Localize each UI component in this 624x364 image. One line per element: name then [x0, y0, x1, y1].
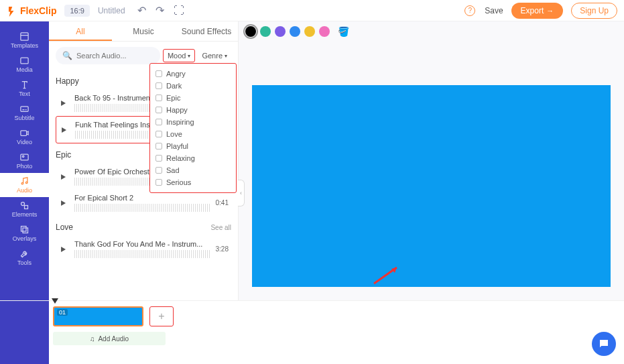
color-swatch[interactable]	[245, 26, 256, 37]
templates-icon	[19, 32, 29, 42]
help-icon[interactable]: ?	[464, 5, 475, 16]
sidebar-item-photo[interactable]: Photo	[0, 149, 49, 173]
timeline-gutter	[0, 301, 49, 364]
sidebar-item-subtitle[interactable]: Subtitle	[0, 101, 49, 125]
aspect-ratio-badge[interactable]: 16:9	[64, 5, 89, 17]
checkbox[interactable]	[155, 95, 162, 101]
svg-rect-0	[21, 33, 28, 40]
tab-music[interactable]: Music	[112, 21, 175, 41]
svg-point-11	[21, 202, 25, 206]
color-swatch[interactable]	[290, 26, 300, 37]
section-title: Happy	[56, 76, 79, 86]
checkbox[interactable]	[155, 167, 162, 174]
color-swatch[interactable]	[319, 26, 330, 37]
track-duration: 3:28	[216, 245, 229, 253]
add-audio-button[interactable]: ♫ Add Audio	[53, 332, 166, 345]
see-all-link[interactable]: See all	[210, 224, 231, 231]
chat-button[interactable]	[592, 332, 616, 356]
genre-filter[interactable]: Genre ▾	[198, 50, 231, 62]
logo-icon	[7, 5, 19, 17]
mood-option[interactable]: Serious	[155, 176, 231, 188]
play-icon[interactable]	[58, 99, 68, 108]
playhead[interactable]	[52, 298, 58, 304]
sidebar-item-video[interactable]: Video	[0, 125, 49, 149]
mood-text: Playful	[166, 142, 188, 150]
play-icon[interactable]	[58, 198, 68, 208]
svg-rect-14	[23, 228, 28, 233]
mood-option[interactable]: Love	[155, 128, 231, 140]
mood-text: Inspiring	[166, 118, 194, 126]
media-icon	[19, 56, 29, 66]
checkbox[interactable]	[155, 82, 162, 89]
mood-option[interactable]: Sad	[155, 164, 231, 176]
sidebar-item-templates[interactable]: Templates	[0, 28, 49, 52]
sidebar-label: Overlays	[13, 235, 37, 242]
search-input[interactable]	[76, 52, 153, 60]
genre-label: Genre	[202, 52, 223, 60]
play-icon[interactable]	[58, 245, 68, 254]
mood-option[interactable]: Relaxing	[155, 152, 231, 164]
svg-rect-13	[21, 227, 27, 232]
sidebar-item-audio[interactable]: Audio	[0, 173, 49, 197]
sidebar-label: Media	[16, 66, 33, 73]
checkbox[interactable]	[155, 119, 162, 125]
color-swatch[interactable]	[275, 26, 286, 37]
add-scene-button[interactable]: +	[149, 306, 174, 326]
fullscreen-icon[interactable]: ⛶	[174, 5, 184, 17]
audio-track[interactable]: For Epical Short 2 0:41	[56, 190, 231, 216]
signup-button[interactable]: Sign Up	[571, 3, 617, 19]
checkbox[interactable]	[155, 155, 162, 162]
checkbox[interactable]	[155, 143, 162, 149]
mood-text: Serious	[166, 178, 191, 186]
scene-clip[interactable]: 01	[53, 306, 143, 326]
sidebar-item-elements[interactable]: Elements	[0, 197, 49, 221]
document-title[interactable]: Untitled	[98, 6, 125, 15]
svg-rect-3	[21, 107, 28, 112]
mood-option[interactable]: Angry	[155, 68, 231, 80]
export-button[interactable]: Export →	[511, 3, 564, 19]
tab-sfx[interactable]: Sound Effects	[175, 21, 238, 41]
audio-track[interactable]: Thank God For You And Me - Instrum... 3:…	[56, 236, 231, 262]
mood-text: Epic	[166, 94, 180, 102]
redo-icon[interactable]: ↷	[155, 4, 164, 17]
subtitle-icon	[19, 104, 29, 114]
mood-option[interactable]: Dark	[155, 80, 231, 92]
sidebar-item-tools[interactable]: Tools	[0, 245, 49, 269]
checkbox[interactable]	[155, 179, 162, 186]
mood-text: Relaxing	[166, 154, 195, 162]
mood-text: Happy	[166, 106, 188, 114]
save-button[interactable]: Save	[485, 6, 503, 15]
checkbox[interactable]	[155, 70, 162, 77]
undo-icon[interactable]: ↶	[137, 4, 146, 17]
overlays-icon	[19, 225, 29, 235]
mood-filter[interactable]: Mood ▾	[163, 49, 196, 62]
timeline-track-area[interactable]: 01 + ♫ Add Audio	[49, 301, 624, 364]
fill-tool-icon[interactable]: 🪣	[338, 26, 349, 37]
canvas[interactable]	[252, 85, 611, 287]
mood-option[interactable]: Playful	[155, 140, 231, 152]
mood-dropdown[interactable]: AngryDarkEpicHappyInspiringLovePlayfulRe…	[149, 63, 237, 193]
sidebar-item-overlays[interactable]: Overlays	[0, 221, 49, 245]
mood-option[interactable]: Happy	[155, 104, 231, 116]
play-icon[interactable]	[59, 125, 68, 135]
track-title: For Epical Short 2	[74, 194, 210, 202]
brand-logo[interactable]: FlexClip	[7, 5, 56, 17]
search-box[interactable]: 🔍	[56, 47, 160, 64]
sidebar-label: Subtitle	[14, 115, 34, 121]
sidebar-item-text[interactable]: Text	[0, 76, 49, 101]
checkbox[interactable]	[155, 131, 162, 137]
svg-rect-7	[21, 154, 28, 160]
mood-option[interactable]: Inspiring	[155, 116, 231, 128]
sidebar-item-media[interactable]: Media	[0, 52, 49, 76]
color-swatch[interactable]	[260, 26, 271, 37]
mood-text: Angry	[166, 70, 186, 78]
tab-all[interactable]: All	[49, 21, 112, 41]
play-icon[interactable]	[58, 172, 68, 182]
mood-text: Sad	[166, 166, 180, 174]
sidebar-label: Photo	[17, 163, 33, 170]
color-swatch[interactable]	[304, 26, 315, 37]
sidebar-label: Video	[17, 139, 32, 145]
mood-option[interactable]: Epic	[155, 92, 231, 104]
checkbox[interactable]	[155, 107, 162, 113]
svg-point-10	[25, 182, 27, 184]
